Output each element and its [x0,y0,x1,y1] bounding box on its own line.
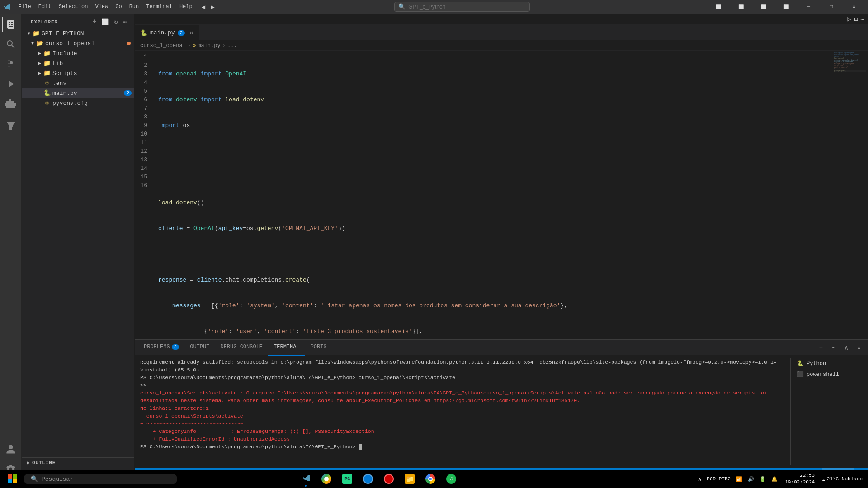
taskbar-app-pycharm[interactable]: PC [337,470,357,488]
terminal-line-4-red: curso_1_openai\Scripts\activate : O arqu… [140,389,785,404]
collapse-all-button[interactable]: ⋯ [121,17,129,27]
tree-item-scripts[interactable]: ▶ 📁 Scripts [22,68,134,78]
menu-help[interactable]: Help [176,3,196,11]
tab-filename: main.py [150,29,175,36]
taskbar-app-explorer[interactable]: 📁 [400,470,420,488]
layout4-icon[interactable]: ⬜ [776,0,797,14]
search-input[interactable] [408,4,526,10]
layout3-icon[interactable]: ⬜ [753,0,774,14]
taskbar-app-spotify[interactable]: ♫ [441,470,461,488]
tab-terminal[interactable]: TERMINAL [268,340,305,356]
nav-forward-button[interactable]: ▶ [209,2,216,12]
terminal-content[interactable]: Requirement already satisfied: setuptool… [135,356,868,468]
outline-label: OUTLINE [32,460,56,465]
tab-debug-console[interactable]: DEBUG CONSOLE [215,340,268,356]
close-button[interactable]: ✕ [844,0,864,14]
menu-run[interactable]: Run [126,3,143,11]
menu-file[interactable]: File [14,3,35,11]
taskbar-right: ∧ POR PTB2 📶 🔊 🔋 🔔 22:53 19/02/2024 ☁ 21… [697,472,864,486]
git-badge: 2 [124,90,132,96]
battery-icon[interactable]: 🔋 [758,476,768,482]
powershell-session-label: powershell [807,371,839,379]
tab-ports[interactable]: PORTS [305,340,332,356]
system-tray[interactable]: ∧ [697,476,703,482]
taskbar-app-blue[interactable] [358,470,378,488]
menu-selection[interactable]: Selection [55,3,92,11]
activity-item-search[interactable] [2,35,20,53]
chevron-right-icon: ▶ [36,70,43,77]
menu-view[interactable]: View [91,3,112,11]
terminal-session-powershell[interactable]: ⬛ powershell [794,369,863,380]
nav-back-button[interactable]: ◀ [200,2,207,12]
breadcrumb-item-2[interactable]: main.py [198,42,220,49]
new-terminal-button[interactable]: + [816,342,826,353]
tree-item-root-label: GPT_E_PYTHON [42,30,134,37]
volume-icon[interactable]: 🔊 [746,476,756,482]
taskbar-search[interactable]: 🔍 Pesquisar [24,474,177,484]
tree-item-curso_1_openai[interactable]: ▼ 📂 curso_1_openai [22,38,134,48]
menu-go[interactable]: Go [112,3,125,11]
sidebar-actions: + ⬜ ↻ ⋯ [91,17,129,27]
tab-output[interactable]: OUTPUT [184,340,215,356]
split-editor-button[interactable]: ⊟ [854,15,858,23]
taskbar-app-vscode[interactable] [296,470,316,488]
editor-tab-main-py[interactable]: 🐍 main.py 2 ✕ [135,25,199,40]
system-clock[interactable]: 22:53 19/02/2024 [781,472,818,486]
run-button[interactable]: ▷ [847,14,851,23]
tree-item-dotenv[interactable]: ⚙ .env [22,78,134,88]
tree-item-include[interactable]: ▶ 📁 Include [22,48,134,58]
breadcrumb-item-1[interactable]: curso_1_openai [140,42,186,49]
start-button[interactable] [4,470,22,488]
menu-edit[interactable]: Edit [35,3,55,11]
tab-close-button[interactable]: ✕ [189,29,193,37]
network-icon[interactable]: 📶 [734,476,744,482]
new-file-button[interactable]: + [91,17,99,27]
editor-area: ▷ ⊟ ⋯ 🐍 main.py 2 ✕ curso_1_openai › ⚙ m… [135,14,868,478]
locale-indicator[interactable]: POR PTB2 [705,476,732,482]
code-editor[interactable]: 12345 678910 1112131415 16 from openai i… [135,51,868,339]
close-terminal-button[interactable]: ✕ [854,342,864,353]
layout-icon[interactable]: ⬜ [708,0,729,14]
maximize-button[interactable]: □ [821,0,842,14]
outline-header[interactable]: ▶ OUTLINE [22,458,134,468]
minimize-button[interactable]: ─ [798,0,819,14]
weather-widget[interactable]: ☁ 21°C Nublado [820,476,864,482]
search-container[interactable]: 🔍 [394,2,530,12]
activity-item-account[interactable] [2,440,20,458]
tree-item-lib[interactable]: ▶ 📁 Lib [22,58,134,68]
folder-icon: 📁 [43,50,51,57]
tree-item-main-py[interactable]: 🐍 main.py 2 [22,88,134,98]
tab-problems[interactable]: PROBLEMS 2 [138,340,184,356]
taskbar-search-label: Pesquisar [42,476,73,483]
terminal-line-2: PS C:\Users\souza\Documents\programacao\… [140,374,785,381]
terminal-session-python[interactable]: 🐍 Python [794,358,863,369]
split-terminal-button[interactable]: ⋯ [828,342,839,353]
clock-time: 22:53 [785,472,815,479]
notification-center[interactable]: 🔔 [769,476,779,482]
terminal-line-6-red: + curso_1_openai\Scripts\activate [140,412,785,420]
terminal-line-10-prompt: PS C:\Users\souza\Documents\programacao\… [140,443,785,450]
folder-icon: 📁 [33,30,40,37]
more-options-button[interactable]: ⋯ [861,15,864,23]
code-content[interactable]: from openai import OpenAI from dotenv im… [155,51,832,339]
tree-item-scripts-label: Scripts [52,70,134,77]
activity-item-testing[interactable] [2,117,20,135]
menu-terminal[interactable]: Terminal [142,3,176,11]
tree-item-root[interactable]: ▼ 📁 GPT_E_PYTHON [22,28,134,38]
activity-bar [0,14,22,478]
tree-item-pyvenv[interactable]: ⚙ pyvenv.cfg [22,98,134,108]
layout2-icon[interactable]: ⬜ [731,0,751,14]
taskbar-app-browser[interactable] [316,470,336,488]
activity-item-extensions[interactable] [2,95,20,113]
new-folder-button[interactable]: ⬜ [99,17,111,27]
settings-file-icon: ⚙ [43,80,51,87]
breadcrumb-item-3[interactable]: ... [227,42,237,49]
taskbar-app-red[interactable] [379,470,399,488]
activity-item-source-control[interactable] [2,55,20,73]
taskbar-app-chrome[interactable] [420,470,440,488]
maximize-terminal-button[interactable]: ∧ [841,342,852,353]
activity-item-run-debug[interactable] [2,75,20,93]
refresh-button[interactable]: ↻ [112,17,120,27]
activity-item-explorer[interactable] [2,15,20,33]
terminal-controls: + ⋯ ∧ ✕ [816,342,864,353]
